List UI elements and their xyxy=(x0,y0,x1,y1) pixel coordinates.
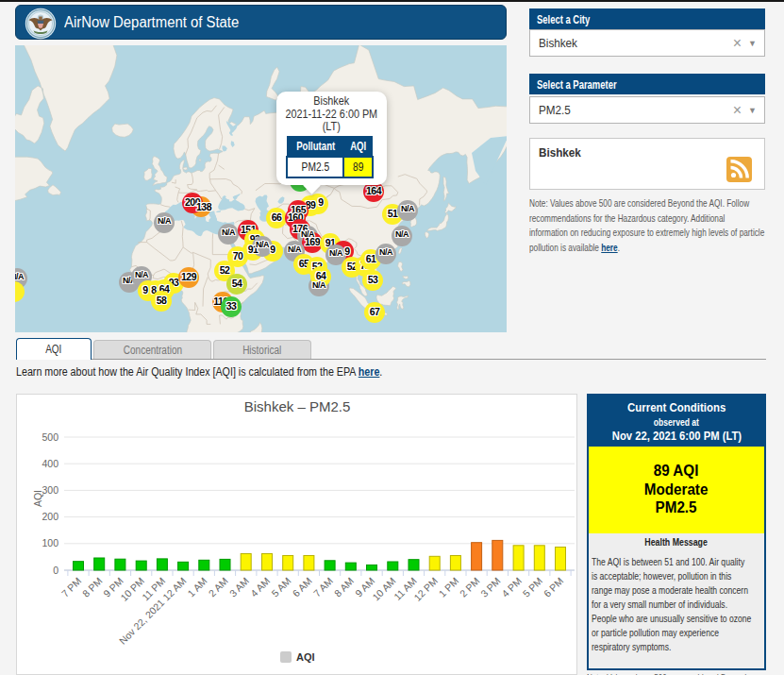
svg-text:100: 100 xyxy=(42,537,58,548)
svg-text:3 AM: 3 AM xyxy=(227,575,251,599)
svg-text:Bishkek – PM2.5: Bishkek – PM2.5 xyxy=(244,398,351,414)
svg-text:5 PM: 5 PM xyxy=(520,575,544,599)
svg-text:2 AM: 2 AM xyxy=(207,575,230,599)
svg-text:12 PM: 12 PM xyxy=(411,575,440,603)
svg-text:200: 200 xyxy=(42,511,58,522)
svg-text:10 PM: 10 PM xyxy=(118,575,146,603)
svg-text:1 PM: 1 PM xyxy=(436,575,460,599)
svg-text:10 AM: 10 AM xyxy=(370,575,398,603)
svg-text:6 AM: 6 AM xyxy=(290,575,313,599)
svg-text:300: 300 xyxy=(42,484,58,496)
svg-text:400: 400 xyxy=(42,458,58,469)
svg-text:1 AM: 1 AM xyxy=(185,575,209,599)
svg-text:0: 0 xyxy=(53,565,58,576)
svg-text:7 AM: 7 AM xyxy=(311,575,335,599)
svg-text:5 AM: 5 AM xyxy=(269,575,292,599)
svg-text:3 PM: 3 PM xyxy=(478,575,503,599)
svg-text:2 PM: 2 PM xyxy=(458,575,482,599)
svg-text:6 PM: 6 PM xyxy=(542,575,566,599)
svg-text:AQI: AQI xyxy=(32,490,43,507)
svg-text:8 PM: 8 PM xyxy=(80,575,105,599)
svg-text:4 PM: 4 PM xyxy=(499,575,524,599)
svg-text:AQI: AQI xyxy=(296,651,315,663)
svg-text:4 AM: 4 AM xyxy=(248,575,272,599)
svg-text:7 PM: 7 PM xyxy=(59,575,84,599)
svg-text:8 AM: 8 AM xyxy=(332,575,356,599)
svg-text:500: 500 xyxy=(42,431,58,443)
